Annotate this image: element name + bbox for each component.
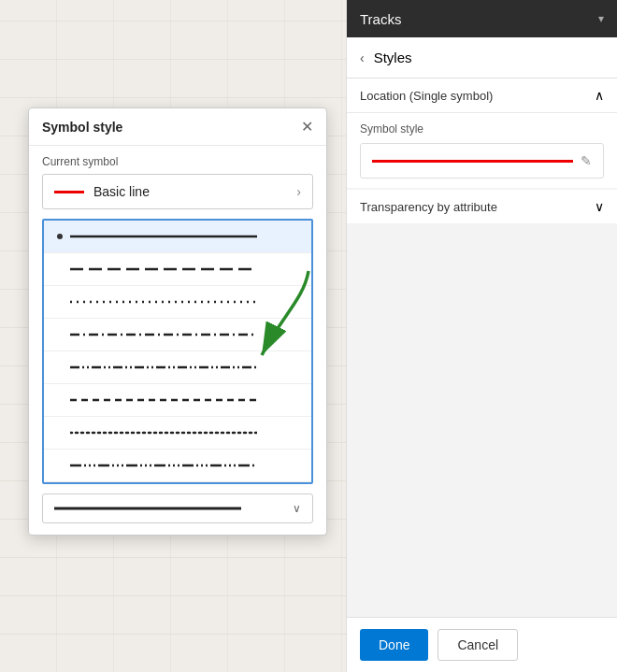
- tracks-footer: Done Cancel: [347, 617, 617, 672]
- edit-pencil-icon[interactable]: ✎: [581, 153, 592, 168]
- footer-line-svg: [54, 504, 241, 513]
- chevron-right-icon[interactable]: ›: [296, 184, 301, 199]
- line-svg-solid: [70, 230, 257, 243]
- line-svg-dotted2: [70, 426, 257, 439]
- location-header[interactable]: Location (Single symbol) ∧: [347, 79, 617, 113]
- line-style-item-solid[interactable]: [44, 221, 311, 253]
- line-svg-dashed-short: [70, 393, 257, 407]
- location-title: Location (Single symbol): [360, 89, 493, 103]
- line-style-item-dash-dot[interactable]: [44, 319, 311, 351]
- popup-footer-select[interactable]: ∨: [42, 493, 313, 523]
- line-style-item-dash-dot2[interactable]: [44, 450, 311, 482]
- line-style-item-dotted2[interactable]: [44, 417, 311, 450]
- transparency-chevron-icon[interactable]: ∨: [595, 199, 604, 214]
- styles-title: Styles: [374, 50, 412, 65]
- popup-title: Symbol style: [42, 120, 122, 135]
- back-arrow-icon[interactable]: ‹: [360, 50, 365, 65]
- line-style-item-dashed-long[interactable]: [44, 253, 311, 286]
- symbol-box-left: Basic line: [54, 184, 150, 199]
- current-symbol-box[interactable]: Basic line ›: [42, 174, 313, 209]
- done-button[interactable]: Done: [360, 629, 428, 661]
- styles-header: ‹ Styles: [347, 37, 617, 79]
- transparency-section[interactable]: Transparency by attribute ∨: [347, 190, 617, 223]
- line-svg-dashed-long: [70, 263, 257, 276]
- location-section: Location (Single symbol) ∧ Symbol style …: [347, 79, 617, 188]
- red-line-symbol: [54, 191, 84, 193]
- footer-chevron-down-icon[interactable]: ∨: [293, 502, 301, 515]
- tracks-panel: Tracks ▾ ‹ Styles Location (Single symbo…: [346, 0, 617, 672]
- line-svg-dash-dot-dot: [70, 361, 257, 374]
- red-line-preview: [372, 160, 573, 163]
- line-svg-dash-dot: [70, 328, 257, 341]
- popup-header: Symbol style ✕: [29, 108, 326, 146]
- line-svg-dotted: [70, 295, 257, 308]
- selected-dot: [57, 234, 63, 239]
- line-style-list: [42, 219, 313, 484]
- transparency-label: Transparency by attribute: [360, 200, 497, 214]
- styles-body: Location (Single symbol) ∧ Symbol style …: [347, 79, 617, 617]
- symbol-style-label: Symbol style: [360, 122, 604, 136]
- line-style-item-dotted[interactable]: [44, 286, 311, 319]
- basic-line-label: Basic line: [93, 184, 150, 199]
- tracks-header: Tracks ▾: [347, 0, 617, 37]
- line-svg-dash-dot2: [70, 459, 257, 472]
- line-style-item-dashed-short[interactable]: [44, 384, 311, 417]
- symbol-style-popup: Symbol style ✕ Current symbol Basic line…: [28, 107, 327, 536]
- symbol-style-preview[interactable]: ✎: [360, 143, 604, 179]
- popup-close-icon[interactable]: ✕: [301, 118, 313, 136]
- cancel-button[interactable]: Cancel: [438, 629, 518, 661]
- current-symbol-label: Current symbol: [29, 146, 326, 174]
- tracks-collapse-icon[interactable]: ▾: [598, 12, 604, 25]
- location-collapse-icon[interactable]: ∧: [595, 88, 604, 103]
- symbol-style-section: Symbol style ✎: [347, 113, 617, 188]
- tracks-title: Tracks: [360, 11, 401, 27]
- line-style-item-dash-dot-dot[interactable]: [44, 351, 311, 384]
